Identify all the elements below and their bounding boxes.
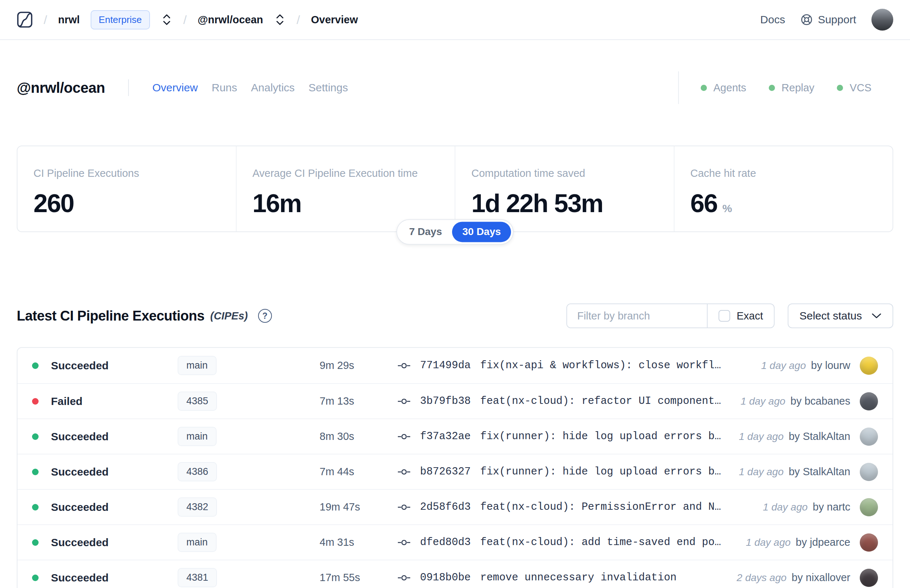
green-status-dot-icon bbox=[837, 85, 843, 91]
enterprise-badge[interactable]: Enterprise bbox=[91, 10, 150, 29]
git-commit-icon bbox=[398, 397, 411, 406]
author-avatar bbox=[860, 569, 878, 587]
org-name[interactable]: nrwl bbox=[58, 14, 80, 26]
branch-badge: main bbox=[178, 356, 217, 375]
commit-sha: 771499da bbox=[420, 360, 470, 372]
table-row[interactable]: Succeeded 4381 17m 55s 0918b0be remove u… bbox=[18, 560, 892, 588]
duration: 19m 47s bbox=[320, 501, 398, 513]
author-avatar bbox=[860, 463, 878, 481]
row-author: by bcabanes bbox=[790, 395, 850, 407]
stat-label: CI Pipeline Executions bbox=[34, 167, 220, 179]
indicator-vcs[interactable]: VCS bbox=[837, 82, 871, 94]
row-author: by StalkAltan bbox=[789, 430, 850, 443]
green-status-dot-icon bbox=[769, 85, 775, 91]
nx-cloud-logo-icon[interactable] bbox=[17, 11, 33, 28]
commit-message: fix(runner): hide log upload errors b… bbox=[480, 466, 721, 478]
help-icon[interactable]: ? bbox=[258, 309, 272, 323]
branch-filter-group: Exact bbox=[566, 304, 775, 328]
row-time: 1 day ago bbox=[741, 396, 786, 407]
stat-value: 66 bbox=[690, 189, 718, 218]
row-author: by nixallover bbox=[792, 572, 850, 584]
stats-cards: CI Pipeline Executions 260 Average CI Pi… bbox=[17, 145, 893, 232]
duration: 17m 55s bbox=[320, 572, 398, 584]
status-indicators: Agents Replay VCS bbox=[701, 82, 893, 94]
breadcrumb: / nrwl Enterprise / @nrwl/ocean / Overvi… bbox=[17, 10, 358, 29]
green-status-dot-icon bbox=[701, 85, 707, 91]
workspace-switcher-chevrons-icon[interactable] bbox=[274, 13, 286, 26]
status-dot-icon bbox=[32, 468, 39, 475]
branch-badge: 4386 bbox=[178, 462, 217, 481]
tab-runs[interactable]: Runs bbox=[212, 81, 237, 94]
table-row[interactable]: Succeeded 4382 19m 47s 2d58f6d3 feat(nx-… bbox=[18, 489, 892, 524]
row-time: 1 day ago bbox=[739, 431, 784, 443]
commit-message: feat(nx-cloud): refactor UI component… bbox=[480, 395, 721, 407]
row-time: 1 day ago bbox=[739, 466, 784, 478]
date-range-toggle: 7 Days 30 Days bbox=[396, 219, 514, 244]
row-time: 2 days ago bbox=[737, 572, 787, 584]
exact-checkbox[interactable] bbox=[719, 310, 730, 321]
git-commit-icon bbox=[398, 432, 411, 441]
tab-overview[interactable]: Overview bbox=[152, 81, 198, 94]
author-avatar bbox=[860, 533, 878, 552]
branch-badge: 4382 bbox=[178, 498, 217, 517]
duration: 9m 29s bbox=[320, 360, 398, 372]
duration: 7m 13s bbox=[320, 395, 398, 407]
status-dot-icon bbox=[32, 398, 39, 405]
stat-value: 260 bbox=[34, 189, 74, 218]
exact-label: Exact bbox=[737, 310, 763, 322]
workspace-name[interactable]: @nrwl/ocean bbox=[198, 14, 263, 26]
range-option-30-days[interactable]: 30 Days bbox=[452, 221, 511, 242]
range-option-7-days[interactable]: 7 Days bbox=[399, 221, 452, 242]
table-row[interactable]: Succeeded 4386 7m 44s b8726327 fix(runne… bbox=[18, 454, 892, 489]
breadcrumb-separator: / bbox=[297, 13, 300, 27]
duration: 8m 30s bbox=[320, 430, 398, 443]
author-avatar bbox=[860, 357, 878, 375]
duration: 4m 31s bbox=[320, 536, 398, 548]
stat-card-average-execution-time: Average CI Pipeline Execution time 16m bbox=[236, 146, 455, 231]
stat-card-ci-pipeline-executions: CI Pipeline Executions 260 bbox=[18, 146, 236, 231]
commit-sha: 0918b0be bbox=[420, 572, 470, 584]
commit-message: feat(nx-cloud): PermissionError and N… bbox=[480, 501, 721, 513]
tab-analytics[interactable]: Analytics bbox=[251, 81, 295, 94]
author-avatar bbox=[860, 498, 878, 516]
select-status-button[interactable]: Select status bbox=[788, 304, 893, 328]
org-switcher-chevrons-icon[interactable] bbox=[161, 13, 173, 26]
status-dot-icon bbox=[32, 539, 39, 546]
branch-badge: main bbox=[178, 533, 217, 552]
chevron-down-icon bbox=[871, 313, 882, 319]
table-row[interactable]: Succeeded main 4m 31s dfed80d3 feat(nx-c… bbox=[18, 524, 892, 560]
commit-message: feat(nx-cloud): add time-saved end po… bbox=[480, 536, 721, 548]
divider bbox=[128, 79, 129, 96]
table-row[interactable]: Failed 4385 7m 13s 3b79fb38 feat(nx-clou… bbox=[18, 383, 892, 418]
duration: 7m 44s bbox=[320, 466, 398, 478]
breadcrumb-separator: / bbox=[183, 13, 187, 27]
commit-message: fix(runner): hide log upload errors b… bbox=[480, 430, 721, 443]
stat-label: Average CI Pipeline Execution time bbox=[253, 167, 439, 179]
stat-value: 1d 22h 53m bbox=[471, 189, 603, 218]
row-time: 1 day ago bbox=[761, 360, 806, 372]
user-avatar[interactable] bbox=[871, 9, 893, 31]
divider bbox=[678, 71, 679, 104]
table-row[interactable]: Succeeded main 9m 29s 771499da fix(nx-ap… bbox=[18, 348, 892, 383]
indicator-agents[interactable]: Agents bbox=[701, 82, 746, 94]
support-link[interactable]: Support bbox=[800, 13, 856, 26]
git-commit-icon bbox=[398, 573, 411, 583]
branch-badge: 4381 bbox=[178, 568, 217, 587]
table-row[interactable]: Succeeded main 8m 30s f37a32ae fix(runne… bbox=[18, 418, 892, 454]
stat-card-cache-hit-rate: Cache hit rate 66 % bbox=[674, 146, 893, 231]
indicator-replay[interactable]: Replay bbox=[769, 82, 814, 94]
status-dot-icon bbox=[32, 433, 39, 440]
branch-badge: main bbox=[178, 427, 217, 446]
commit-message: fix(nx-api & workflows): close workfl… bbox=[480, 360, 721, 372]
row-author: by StalkAltan bbox=[789, 466, 850, 478]
commit-sha: dfed80d3 bbox=[420, 536, 470, 548]
docs-link[interactable]: Docs bbox=[760, 13, 785, 26]
branch-badge: 4385 bbox=[178, 391, 217, 411]
author-avatar bbox=[860, 428, 878, 446]
tab-settings[interactable]: Settings bbox=[309, 81, 348, 94]
stat-value: 16m bbox=[253, 189, 301, 218]
stat-label: Cache hit rate bbox=[690, 167, 877, 179]
branch-filter-input[interactable] bbox=[567, 304, 707, 328]
row-author: by jdpearce bbox=[796, 536, 850, 548]
author-avatar bbox=[860, 392, 878, 410]
